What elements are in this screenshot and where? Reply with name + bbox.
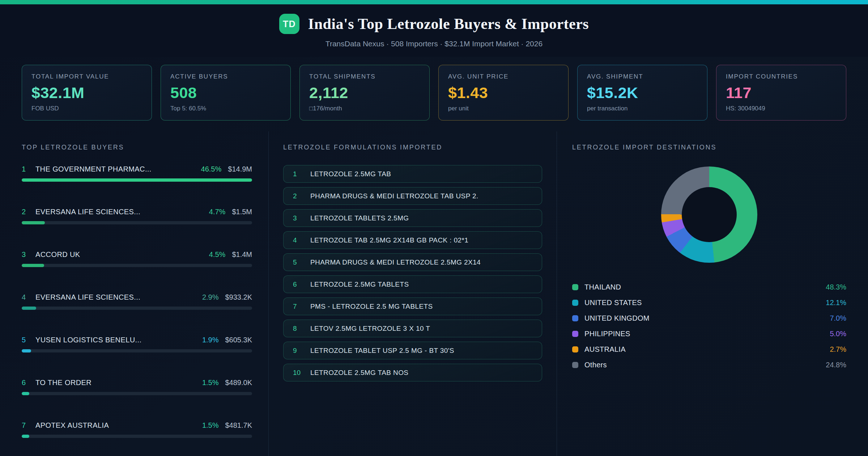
legend-row: UNITED STATES 12.1% <box>572 299 846 307</box>
buyer-share-pct: 2.9% <box>202 293 219 301</box>
formulation-pill[interactable]: 5 PHARMA DRUGS & MEDI LETROZOLE 2.5MG 2X… <box>283 253 542 271</box>
buyer-name: TO THE ORDER <box>35 379 202 387</box>
legend-row: AUSTRALIA 2.7% <box>572 345 846 354</box>
buyer-value: $14.9M <box>228 165 252 173</box>
destinations-panel: LETROZOLE IMPORT DESTINATIONS THAILAND 4… <box>557 131 868 456</box>
page-subtitle: TransData Nexus · 508 Importers · $32.1M… <box>0 39 868 48</box>
stat-label: IMPORT COUNTRIES <box>726 73 837 80</box>
formulation-rank: 2 <box>293 192 310 200</box>
legend-label: UNITED KINGDOM <box>584 314 650 322</box>
formulation-name: PMS - LETROZOLE 2.5 MG TABLETS <box>310 303 433 311</box>
stat-label: AVG. UNIT PRICE <box>448 73 559 80</box>
legend-swatch <box>572 300 578 306</box>
formulation-pill[interactable]: 4 LETROZOLE TAB 2.5MG 2X14B GB PACK : 02… <box>283 231 542 249</box>
formulation-rank: 10 <box>293 369 310 377</box>
buyer-row[interactable]: 1 THE GOVERNMENT PHARMAC... 46.5% $14.9M <box>22 165 252 182</box>
stat-card-import-countries: IMPORT COUNTRIES 117 HS: 30049049 <box>716 65 846 121</box>
buyer-progress-fill <box>22 435 29 438</box>
legend-label: AUSTRALIA <box>584 345 626 354</box>
buyer-value: $1.4M <box>232 250 252 259</box>
buyer-name: APOTEX AUSTRALIA <box>35 421 202 430</box>
buyer-row[interactable]: 7 APOTEX AUSTRALIA 1.5% $481.7K <box>22 421 252 438</box>
formulation-name: LETROZOLE TABLET USP 2.5 MG - BT 30'S <box>310 347 454 355</box>
buyer-progress-fill <box>22 264 44 267</box>
buyer-name: EVERSANA LIFE SCIENCES... <box>35 293 202 301</box>
buyer-progress-track <box>22 221 252 224</box>
formulation-pill[interactable]: 6 LETROZOLE 2.5MG TABLETS <box>283 275 542 293</box>
buyer-rank: 7 <box>22 421 35 430</box>
legend-pct: 2.7% <box>830 345 846 354</box>
main-content: TOP LETROZOLE BUYERS 1 THE GOVERNMENT PH… <box>0 131 868 456</box>
buyer-row[interactable]: 4 EVERSANA LIFE SCIENCES... 2.9% $933.2K <box>22 293 252 310</box>
stat-card-avg-shipment: AVG. SHIPMENT $15.2K per transaction <box>577 65 707 121</box>
buyer-share-pct: 46.5% <box>201 165 222 173</box>
stat-sub: per transaction <box>587 105 698 112</box>
page-title: India's Top Letrozole Buyers & Importers <box>308 15 589 33</box>
stat-card-avg-unit-price: AVG. UNIT PRICE $1.43 per unit <box>438 65 569 121</box>
legend-pct: 48.3% <box>826 283 846 291</box>
buyer-name: EVERSANA LIFE SCIENCES... <box>35 208 209 216</box>
formulation-pill[interactable]: 3 LETROZOLE TABLETS 2.5MG <box>283 209 542 227</box>
buyer-rank: 2 <box>22 208 35 216</box>
buyers-list: 1 THE GOVERNMENT PHARMAC... 46.5% $14.9M… <box>22 165 252 438</box>
formulation-pill[interactable]: 8 LETOV 2.5MG LETROZOLE 3 X 10 T <box>283 320 542 337</box>
buyers-panel: TOP LETROZOLE BUYERS 1 THE GOVERNMENT PH… <box>0 131 268 456</box>
buyer-name: ACCORD UK <box>35 250 209 259</box>
formulation-name: PHARMA DRUGS & MEDI LETROZOLE TAB USP 2. <box>310 192 478 200</box>
donut-chart <box>661 166 757 263</box>
legend-row: Others 24.8% <box>572 361 846 369</box>
legend-swatch <box>572 362 578 368</box>
buyer-progress-fill <box>22 307 36 310</box>
buyer-row[interactable]: 6 TO THE ORDER 1.5% $489.0K <box>22 379 252 395</box>
legend-pct: 24.8% <box>826 361 846 369</box>
buyer-value: $1.5M <box>232 208 252 216</box>
buyer-progress-track <box>22 178 252 182</box>
top-accent-bar <box>0 0 868 4</box>
formulation-pill[interactable]: 2 PHARMA DRUGS & MEDI LETROZOLE TAB USP … <box>283 187 542 205</box>
formulation-rank: 1 <box>293 170 310 178</box>
formulation-name: LETOV 2.5MG LETROZOLE 3 X 10 T <box>310 325 430 333</box>
buyer-progress-fill <box>22 221 45 224</box>
formulation-pill[interactable]: 1 LETROZOLE 2.5MG TAB <box>283 165 542 183</box>
formulation-pill[interactable]: 7 PMS - LETROZOLE 2.5 MG TABLETS <box>283 297 542 315</box>
formulation-rank: 6 <box>293 280 310 288</box>
legend-label: Others <box>584 361 607 369</box>
buyer-row[interactable]: 3 ACCORD UK 4.5% $1.4M <box>22 250 252 267</box>
buyer-value: $481.7K <box>225 421 252 430</box>
legend-swatch <box>572 284 578 290</box>
buyer-value: $489.0K <box>225 379 252 387</box>
buyer-value: $605.3K <box>225 336 252 344</box>
formulation-name: PHARMA DRUGS & MEDI LETROZOLE 2.5MG 2X14 <box>310 258 481 266</box>
formulation-name: LETROZOLE 2.5MG TAB NOS <box>310 369 408 377</box>
donut-hole <box>682 187 737 242</box>
buyer-share-pct: 4.5% <box>209 250 226 259</box>
buyer-row[interactable]: 5 YUSEN LOGISTICS BENELU... 1.9% $605.3K <box>22 336 252 352</box>
stat-sub: FOB USD <box>31 105 142 112</box>
legend-swatch <box>572 315 578 321</box>
brand-badge: TD <box>279 14 299 34</box>
legend-row: UNITED KINGDOM 7.0% <box>572 314 846 322</box>
formulation-name: LETROZOLE TAB 2.5MG 2X14B GB PACK : 02*1 <box>310 236 468 244</box>
buyer-row[interactable]: 2 EVERSANA LIFE SCIENCES... 4.7% $1.5M <box>22 208 252 224</box>
buyer-share-pct: 4.7% <box>209 208 226 216</box>
stat-card-active-buyers: ACTIVE BUYERS 508 Top 5: 60.5% <box>161 65 291 121</box>
formulation-pill[interactable]: 9 LETROZOLE TABLET USP 2.5 MG - BT 30'S <box>283 342 542 359</box>
buyer-rank: 6 <box>22 379 35 387</box>
formulation-pill[interactable]: 10 LETROZOLE 2.5MG TAB NOS <box>283 364 542 381</box>
buyer-progress-track <box>22 435 252 438</box>
buyer-progress-track <box>22 307 252 310</box>
stat-label: TOTAL IMPORT VALUE <box>31 73 142 80</box>
stat-value: $32.1M <box>31 84 142 102</box>
legend-row: PHILIPPINES 5.0% <box>572 330 846 338</box>
stat-sub: per unit <box>448 105 559 112</box>
formulation-rank: 9 <box>293 347 310 355</box>
stat-value: $1.43 <box>448 84 559 102</box>
stat-label: AVG. SHIPMENT <box>587 73 698 80</box>
stat-value: $15.2K <box>587 84 698 102</box>
buyer-share-pct: 1.5% <box>202 421 219 430</box>
stat-value: 117 <box>726 84 837 102</box>
formulation-name: LETROZOLE TABLETS 2.5MG <box>310 214 409 222</box>
buyer-progress-fill <box>22 392 29 395</box>
buyer-rank: 4 <box>22 293 35 301</box>
buyers-section-title: TOP LETROZOLE BUYERS <box>22 144 252 151</box>
